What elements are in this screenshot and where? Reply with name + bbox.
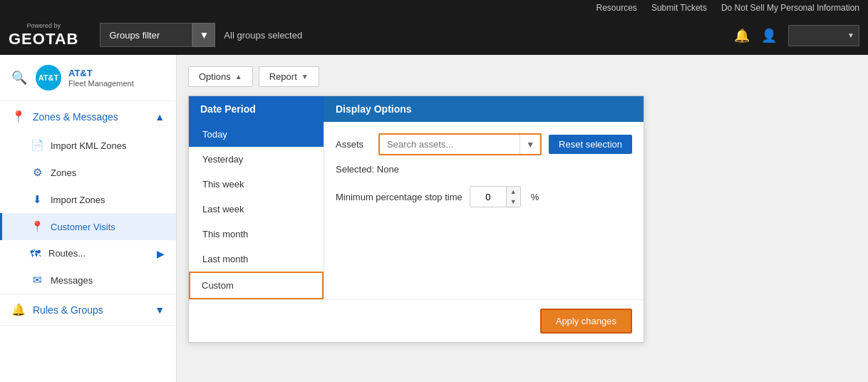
routes-left: 🗺 Routes... [29,247,86,259]
groups-filter-button[interactable]: Groups filter [100,23,192,47]
report-arrow-icon: ▼ [301,73,309,81]
sidebar-item-import-kml[interactable]: 📄 Import KML Zones [0,132,176,159]
brand-text: AT&T Fleet Management [68,68,134,88]
import-zones-label: Import Zones [51,195,105,205]
all-groups-text: All groups selected [224,30,302,41]
zones-section-header[interactable]: 📍 Zones & Messages ▲ [0,101,176,132]
routes-icon: 🗺 [29,247,41,259]
sidebar-item-customer-visits[interactable]: 📍 Customer Visits [0,213,176,240]
date-period-this-week[interactable]: This week [189,172,324,197]
selected-none-text: Selected: None [336,164,632,175]
routes-label: Routes... [48,248,86,259]
zones-icon: 📍 [11,110,26,123]
search-assets-container: ▼ [378,133,542,155]
panel-right: Assets ▼ Reset selection Selected: None … [324,122,644,299]
rules-section-chevron: ▼ [155,304,165,316]
options-arrow-icon: ▲ [235,73,242,81]
import-kml-icon: 📄 [31,139,43,152]
powered-by-text: Powered by [9,22,78,30]
header-right: 🔔 👤 [734,25,859,46]
do-not-sell-link[interactable]: Do Not Sell My Personal Information [721,3,859,13]
date-period-last-week[interactable]: Last week [189,197,324,222]
logo-area: Powered by GEOTAB [9,22,78,48]
geotab-logo: GEOTAB [9,30,78,48]
date-period-this-month[interactable]: This month [189,222,324,247]
rules-icon: 🔔 [11,303,26,316]
sidebar-item-zones[interactable]: ⚙ Zones [0,159,176,186]
customer-visits-icon: 📍 [31,220,43,233]
panel-footer: Apply changes [189,299,644,342]
rules-section-header[interactable]: 🔔 Rules & Groups ▼ [0,294,176,325]
zones-item-icon: ⚙ [31,166,43,179]
sidebar: 🔍 AT&T AT&T Fleet Management 📍 Zones & M… [0,55,177,382]
brand-name: AT&T [68,68,134,80]
toolbar: Options ▲ Report ▼ [188,66,857,87]
options-label: Options [199,71,231,82]
zones-section-title: 📍 Zones & Messages [11,110,118,123]
messages-icon: ✉ [31,274,43,286]
min-pct-input-container: ▲ ▼ [470,186,521,207]
top-bar: Resources Submit Tickets Do Not Sell My … [0,0,868,16]
sidebar-item-routes[interactable]: 🗺 Routes... ▶ [0,240,176,267]
submit-tickets-link[interactable]: Submit Tickets [651,3,707,13]
main-layout: 🔍 AT&T AT&T Fleet Management 📍 Zones & M… [0,55,868,382]
date-period-last-month[interactable]: Last month [189,247,324,272]
header-left: Powered by GEOTAB Groups filter ▼ All gr… [9,22,302,48]
search-assets-dropdown-btn[interactable]: ▼ [520,135,540,154]
dropdown-panel: Date Period Display Options Today Yester… [188,96,644,343]
brand-sub: Fleet Management [68,79,134,88]
import-kml-label: Import KML Zones [51,140,126,151]
groups-filter-arrow[interactable]: ▼ [192,23,215,47]
content-area: Options ▲ Report ▼ Date Period Display O… [177,55,868,382]
report-label: Report [269,71,297,82]
min-pct-row: Minimum percentage stop time ▲ ▼ % [336,186,632,207]
spinner-down-btn[interactable]: ▼ [507,197,520,207]
options-button[interactable]: Options ▲ [188,66,253,87]
panel-left: Today Yesterday This week Last week This… [189,122,324,299]
routes-arrow: ▶ [157,248,165,259]
date-period-yesterday[interactable]: Yesterday [189,147,324,172]
panel-header: Date Period Display Options [189,96,644,122]
assets-label: Assets [336,139,371,150]
zones-item-label: Zones [51,167,76,178]
sidebar-item-import-zones[interactable]: ⬇ Import Zones [0,186,176,213]
rules-section-title: 🔔 Rules & Groups [11,303,103,316]
min-pct-input[interactable] [470,189,506,205]
zones-section-chevron: ▲ [155,111,165,123]
rules-section: 🔔 Rules & Groups ▼ [0,294,176,326]
panel-header-display-options: Display Options [324,96,644,122]
user-dropdown[interactable] [788,25,859,46]
date-period-custom[interactable]: Custom [189,272,324,299]
att-logo: AT&T [36,65,61,91]
sidebar-brand: AT&T AT&T Fleet Management [36,65,134,91]
user-icon[interactable]: 👤 [761,28,777,43]
header: Powered by GEOTAB Groups filter ▼ All gr… [0,16,868,55]
apply-changes-button[interactable]: Apply changes [540,309,632,334]
pct-symbol: % [531,192,539,202]
messages-label: Messages [51,275,93,286]
min-pct-spinners: ▲ ▼ [506,187,520,207]
customer-visits-label: Customer Visits [51,222,115,232]
min-pct-label: Minimum percentage stop time [336,192,463,202]
date-period-today[interactable]: Today [189,122,324,147]
import-zones-icon: ⬇ [31,193,43,206]
sidebar-item-messages[interactable]: ✉ Messages [0,267,176,294]
search-assets-input[interactable] [380,135,520,154]
panel-header-date-period: Date Period [189,96,324,122]
panel-body: Today Yesterday This week Last week This… [189,122,644,299]
zones-section-label: Zones & Messages [33,111,118,123]
notifications-icon[interactable]: 🔔 [734,28,750,43]
assets-row: Assets ▼ Reset selection [336,133,632,155]
groups-filter-container: Groups filter ▼ All groups selected [100,23,302,47]
sidebar-search-icon[interactable]: 🔍 [11,70,27,86]
sidebar-header: 🔍 AT&T AT&T Fleet Management [0,55,176,101]
rules-section-label: Rules & Groups [33,304,103,316]
zones-section: 📍 Zones & Messages ▲ 📄 Import KML Zones … [0,101,176,294]
resources-link[interactable]: Resources [596,3,637,13]
spinner-up-btn[interactable]: ▲ [507,187,520,197]
report-button[interactable]: Report ▼ [259,66,319,87]
reset-selection-button[interactable]: Reset selection [549,135,632,154]
